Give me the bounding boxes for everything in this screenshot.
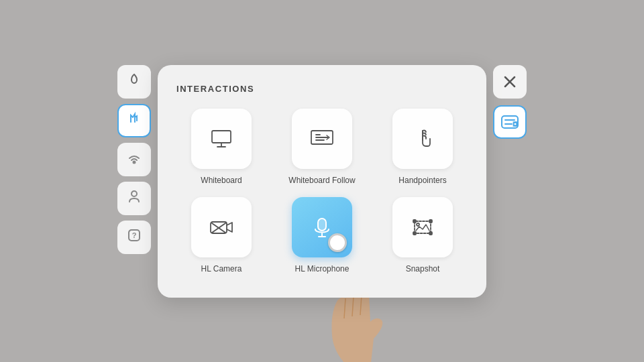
svg-rect-22 <box>429 232 432 235</box>
svg-rect-4 <box>212 131 231 143</box>
whiteboard-label: Whiteboard <box>201 176 241 185</box>
snapshot-item[interactable]: Snapshot <box>378 197 468 274</box>
help-icon: ? <box>126 227 142 247</box>
hl-camera-item[interactable]: HL Camera <box>176 197 266 274</box>
handpointers-item[interactable]: Handpointers <box>378 109 468 185</box>
hl-camera-label: HL Camera <box>201 264 242 274</box>
panel-container: ? INTERACTIONS Whiteb <box>117 65 527 298</box>
svg-rect-14 <box>318 219 326 231</box>
sidebar-item-home[interactable] <box>117 65 151 99</box>
svg-rect-20 <box>429 220 432 223</box>
wifi-icon <box>126 149 142 169</box>
sidebar-item-user[interactable] <box>117 182 151 215</box>
whiteboard-follow-label: Whiteboard Follow <box>288 176 355 185</box>
hl-microphone-icon-box <box>292 197 352 257</box>
panel-title: INTERACTIONS <box>176 84 468 94</box>
handpointers-label: Handpointers <box>398 176 446 185</box>
svg-point-0 <box>133 162 136 164</box>
sidebar-item-help[interactable]: ? <box>117 221 151 254</box>
sidebar-item-wifi[interactable] <box>117 143 151 176</box>
svg-point-28 <box>514 122 517 125</box>
sidebar-item-interactions[interactable] <box>117 104 151 137</box>
whiteboard-item[interactable]: Whiteboard <box>176 109 266 185</box>
handpointers-icon-box <box>392 109 453 169</box>
hl-microphone-label: HL Microphone <box>295 264 350 274</box>
whiteboard-follow-item[interactable]: Whiteboard Follow <box>277 109 367 185</box>
interactions-grid: Whiteboard Whiteboard Follow <box>176 109 468 274</box>
snapshot-icon-box <box>392 197 453 257</box>
user-icon <box>126 188 142 208</box>
hl-microphone-item[interactable]: HL Microphone <box>277 197 367 274</box>
whiteboard-icon-box <box>191 109 252 169</box>
panel-toggle-button[interactable] <box>493 105 527 139</box>
main-panel: INTERACTIONS Whiteboard <box>158 65 486 298</box>
svg-rect-21 <box>413 232 416 235</box>
svg-point-1 <box>131 191 137 196</box>
svg-point-18 <box>417 223 419 226</box>
svg-text:?: ? <box>132 231 137 239</box>
close-button[interactable] <box>493 65 527 99</box>
snapshot-label: Snapshot <box>406 264 440 274</box>
whiteboard-follow-icon-box <box>292 109 352 169</box>
sidebar: ? <box>117 65 151 254</box>
home-icon <box>126 72 142 91</box>
svg-rect-19 <box>413 220 416 223</box>
interactions-icon <box>125 110 143 131</box>
scene: ? INTERACTIONS Whiteb <box>0 0 644 362</box>
right-buttons <box>493 65 527 139</box>
hl-camera-icon-box <box>191 197 252 257</box>
